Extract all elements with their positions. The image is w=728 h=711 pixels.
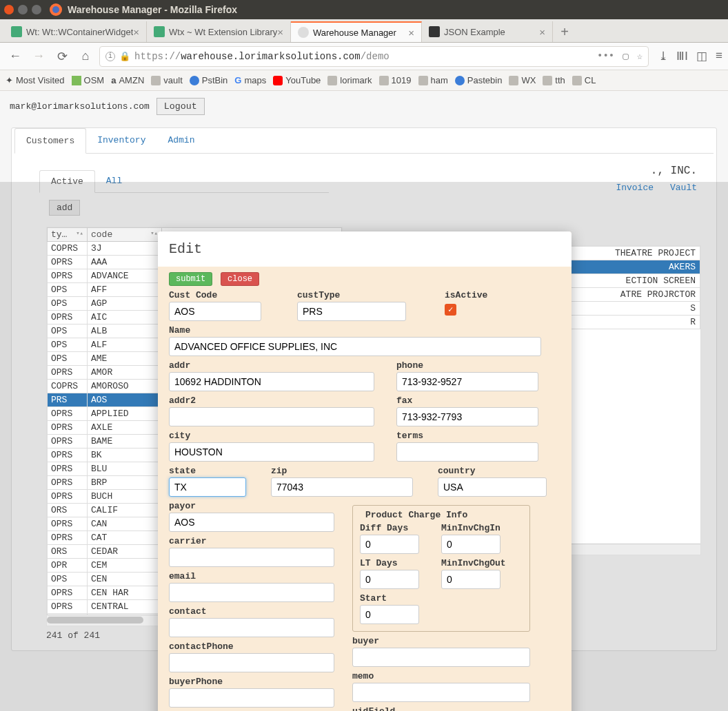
folder-icon — [418, 76, 428, 85]
checkbox-isactive[interactable]: ✓ — [445, 304, 456, 316]
label-state: state — [169, 466, 246, 476]
tab-close-icon[interactable]: × — [133, 26, 139, 38]
window-maximize-icon[interactable] — [32, 5, 41, 14]
bookmark-1019[interactable]: 1019 — [379, 75, 412, 85]
input-buyerphone[interactable] — [169, 688, 334, 708]
input-payor[interactable] — [169, 513, 334, 532]
tab-admin[interactable]: Admin — [156, 128, 205, 153]
bookmark-youtube[interactable]: YouTube — [273, 75, 321, 85]
input-country[interactable] — [438, 477, 547, 497]
tab-label: Wt: Wt::WContainerWidget — [26, 27, 133, 37]
back-button[interactable]: ← — [6, 47, 25, 66]
tab-close-icon[interactable]: × — [539, 26, 545, 38]
reload-button[interactable]: ⟳ — [52, 47, 72, 66]
input-fax[interactable] — [396, 407, 538, 426]
window-close-icon[interactable] — [4, 5, 14, 14]
forward-button: → — [29, 47, 48, 66]
label-mininvout: MinInvChgOut — [441, 558, 501, 568]
input-custtype[interactable] — [297, 302, 406, 321]
label-phone: phone — [396, 360, 538, 371]
input-addr2[interactable] — [169, 407, 374, 426]
input-mininvout[interactable] — [441, 570, 501, 589]
bookmark-amzn[interactable]: aAMZN — [111, 75, 144, 85]
bookmark-wx[interactable]: WX — [509, 75, 536, 85]
logout-button[interactable]: Logout — [156, 98, 205, 115]
input-addr[interactable] — [169, 372, 374, 391]
favicon: a — [111, 75, 116, 85]
url-domain: warehouse.lorimarksolutions.com — [181, 51, 360, 62]
submit-button[interactable]: submit — [169, 272, 212, 286]
label-memo: memo — [352, 671, 530, 681]
input-name[interactable] — [169, 337, 541, 356]
input-city[interactable] — [169, 442, 374, 462]
bookmark-pastebin[interactable]: Pastebin — [455, 75, 503, 85]
star-icon: ✦ — [6, 75, 13, 85]
bookmark-ham[interactable]: ham — [418, 75, 448, 85]
new-tab-button[interactable]: + — [553, 21, 576, 42]
col-type[interactable]: ty…▾▴ — [48, 228, 88, 242]
label-addr: addr — [169, 360, 374, 371]
page-actions-icon[interactable]: ••• — [597, 50, 614, 62]
home-button[interactable]: ⌂ — [76, 47, 95, 66]
folder-icon — [327, 76, 337, 85]
input-terms[interactable] — [396, 442, 538, 462]
bookmark-most-visited[interactable]: ✦Most Visited — [6, 75, 65, 85]
library-icon[interactable]: ⅢⅠ — [676, 49, 688, 63]
input-buyer[interactable] — [352, 648, 530, 667]
nav-vault[interactable]: Vault — [670, 183, 697, 193]
url-input[interactable]: i 🔒 https://warehouse.lorimarksolutions.… — [99, 46, 649, 67]
input-carrier[interactable] — [169, 548, 334, 567]
favicon: G — [234, 75, 241, 85]
window-minimize-icon[interactable] — [18, 5, 28, 14]
col-code[interactable]: code▾▴ — [88, 228, 162, 242]
input-contactphone[interactable] — [169, 653, 334, 672]
tab-inventory[interactable]: Inventory — [86, 128, 156, 153]
tab-close-icon[interactable]: × — [408, 27, 414, 39]
label-buyer: buyer — [352, 636, 530, 646]
input-mininvin[interactable] — [441, 535, 501, 554]
label-custtype: custType — [297, 290, 406, 300]
browser-tab-0[interactable]: Wt: Wt::WContainerWidget × — [4, 21, 147, 42]
sidebar-icon[interactable]: ◫ — [696, 49, 707, 63]
bookmark-star-icon[interactable]: ☆ — [637, 50, 643, 62]
close-button[interactable]: close — [221, 272, 259, 286]
tab-label: Wtx ~ Wt Extension Library — [169, 27, 277, 37]
input-contact[interactable] — [169, 618, 334, 637]
sort-icon: ▾▴ — [150, 229, 158, 237]
nav-invoice[interactable]: Invoice — [616, 183, 654, 193]
input-phone[interactable] — [396, 372, 538, 391]
bookmark-pstbin[interactable]: PstBin — [190, 75, 228, 85]
input-start[interactable] — [360, 605, 419, 624]
tab-customers[interactable]: Customers — [14, 128, 86, 154]
input-diffdays[interactable] — [360, 535, 419, 554]
input-state[interactable] — [169, 477, 246, 497]
folder-icon — [151, 76, 161, 85]
label-country: country — [438, 466, 547, 476]
browser-tab-3[interactable]: JSON Example × — [422, 21, 553, 42]
bookmark-osm[interactable]: OSM — [72, 75, 105, 85]
bookmark-lorimark[interactable]: lorimark — [327, 75, 372, 85]
input-memo[interactable] — [352, 683, 530, 702]
label-city: city — [169, 431, 374, 441]
info-icon[interactable]: i — [105, 52, 115, 61]
bookmark-maps[interactable]: Gmaps — [234, 75, 266, 85]
input-email[interactable] — [169, 583, 334, 602]
input-custcode[interactable] — [169, 302, 261, 321]
browser-tab-2[interactable]: Warehouse Manager × — [291, 21, 422, 42]
firefox-icon — [50, 3, 62, 16]
reader-icon[interactable]: ▢ — [623, 50, 628, 62]
tab-label: JSON Example — [444, 27, 505, 37]
tab-label: Warehouse Manager — [313, 28, 396, 38]
menu-icon[interactable]: ≡ — [716, 49, 722, 63]
modal-title: Edit — [158, 231, 572, 267]
downloads-icon[interactable]: ⤓ — [658, 49, 668, 63]
bookmark-tth[interactable]: tth — [543, 75, 565, 85]
input-zip[interactable] — [271, 477, 413, 497]
input-ltdays[interactable] — [360, 570, 419, 589]
label-addr2: addr2 — [169, 395, 374, 406]
browser-tab-1[interactable]: Wtx ~ Wt Extension Library × — [147, 21, 291, 42]
folder-icon — [379, 76, 389, 85]
tab-close-icon[interactable]: × — [277, 26, 283, 38]
bookmark-cl[interactable]: CL — [572, 75, 596, 85]
bookmark-vault[interactable]: vault — [151, 75, 182, 85]
